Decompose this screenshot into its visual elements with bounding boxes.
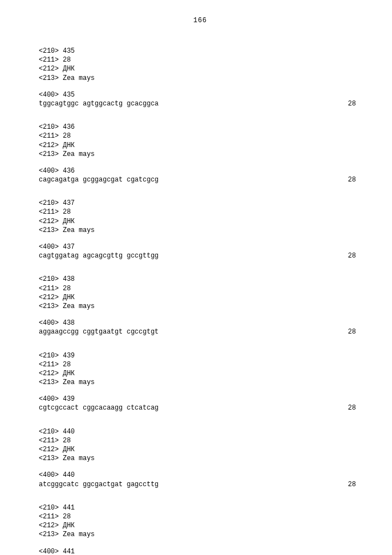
sequence-length: 28 [339,175,356,184]
tag-211: <211> 28 [39,436,362,445]
sequence-text: cagtggatag agcagcgttg gccgttgg [39,251,159,260]
tag-400: <400> 441 [39,547,362,556]
tag-210: <210> 441 [39,503,362,512]
sequence-entry: <210> 441 <211> 28 <212> ДНК <213> Zea m… [39,503,362,555]
sequence-text: aggaagccgg cggtgaatgt cgccgtgt [39,327,159,336]
sequence-row: atcgggcatc ggcgactgat gagccttg 28 [39,480,362,489]
sequence-length: 28 [339,251,356,260]
tag-213: <213> Zea mays [39,302,362,311]
tag-213: <213> Zea mays [39,226,362,235]
tag-210: <210> 436 [39,123,362,132]
tag-210: <210> 437 [39,199,362,208]
tag-211: <211> 28 [39,56,362,64]
sequence-length: 28 [339,327,356,336]
tag-210: <210> 438 [39,275,362,284]
tag-400: <400> 435 [39,90,362,99]
tag-213: <213> Zea mays [39,150,362,159]
tag-210: <210> 439 [39,351,362,360]
tag-212: <212> ДНК [39,141,362,150]
tag-400: <400> 439 [39,395,362,403]
tag-210: <210> 435 [39,47,362,56]
sequence-length: 28 [339,403,356,412]
sequence-text: tggcagtggc agtggcactg gcacggca [39,99,159,108]
tag-211: <211> 28 [39,132,362,140]
sequence-entry: <210> 436 <211> 28 <212> ДНК <213> Zea m… [39,123,362,184]
sequence-row: cagcagatga gcggagcgat cgatcgcg 28 [39,175,362,184]
sequence-listing-page: 166 <210> 435 <211> 28 <212> ДНК <213> Z… [0,0,392,555]
tag-213: <213> Zea mays [39,378,362,387]
tag-213: <213> Zea mays [39,74,362,83]
tag-212: <212> ДНК [39,293,362,302]
sequence-entry: <210> 437 <211> 28 <212> ДНК <213> Zea m… [39,199,362,260]
tag-213: <213> Zea mays [39,530,362,539]
tag-212: <212> ДНК [39,445,362,454]
sequence-length: 28 [339,99,356,108]
tag-212: <212> ДНК [39,64,362,73]
tag-211: <211> 28 [39,284,362,293]
tag-213: <213> Zea mays [39,454,362,463]
page-number: 166 [39,17,362,24]
tag-211: <211> 28 [39,208,362,216]
sequence-entry: <210> 438 <211> 28 <212> ДНК <213> Zea m… [39,275,362,336]
sequence-row: cagtggatag agcagcgttg gccgttgg 28 [39,251,362,260]
tag-211: <211> 28 [39,360,362,369]
tag-212: <212> ДНК [39,369,362,378]
sequence-entry: <210> 439 <211> 28 <212> ДНК <213> Zea m… [39,351,362,413]
sequence-length: 28 [339,480,356,489]
sequence-text: atcgggcatc ggcgactgat gagccttg [39,480,159,489]
sequence-entry: <210> 435 <211> 28 <212> ДНК <213> Zea m… [39,47,362,108]
sequence-text: cgtcgccact cggcacaagg ctcatcag [39,403,159,412]
sequence-row: tggcagtggc agtggcactg gcacggca 28 [39,99,362,108]
sequence-entry: <210> 440 <211> 28 <212> ДНК <213> Zea m… [39,427,362,489]
tag-400: <400> 436 [39,167,362,175]
tag-400: <400> 438 [39,319,362,327]
tag-400: <400> 437 [39,243,362,251]
sequence-row: aggaagccgg cggtgaatgt cgccgtgt 28 [39,327,362,336]
tag-212: <212> ДНК [39,217,362,226]
tag-212: <212> ДНК [39,521,362,530]
tag-211: <211> 28 [39,512,362,521]
tag-210: <210> 440 [39,427,362,436]
sequence-row: cgtcgccact cggcacaagg ctcatcag 28 [39,403,362,412]
sequence-text: cagcagatga gcggagcgat cgatcgcg [39,175,159,184]
tag-400: <400> 440 [39,471,362,480]
